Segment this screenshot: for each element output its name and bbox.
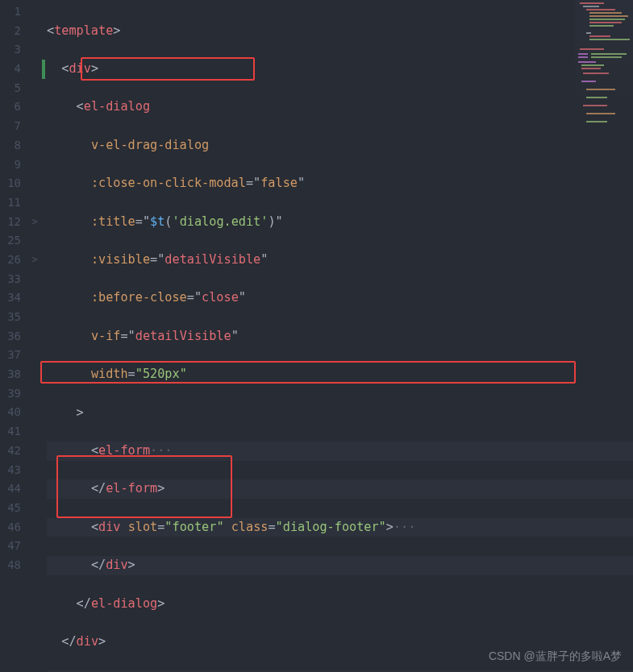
code-line: <template>	[47, 22, 633, 41]
line-number: 48	[0, 556, 21, 575]
line-number: 40	[0, 403, 21, 422]
line-number: 39	[0, 384, 21, 404]
line-number: 35	[0, 308, 21, 327]
code-line: :title="$t('dialog.edit')"	[47, 213, 633, 232]
watermark: CSDN @蓝胖子的多啦A梦	[489, 649, 622, 664]
code-line: <el-form···	[47, 442, 633, 461]
line-number: 43	[0, 461, 21, 480]
code-line: :before-close="close"	[47, 288, 633, 308]
line-number: 33	[0, 270, 21, 289]
line-number: 7	[0, 117, 21, 136]
code-line: </el-form>	[47, 479, 633, 499]
line-number: 45	[0, 499, 21, 518]
line-number: 42	[0, 442, 21, 461]
line-number: 26	[0, 251, 21, 270]
line-number: 1	[0, 2, 21, 22]
code-area[interactable]: <template> <div> <el-dialog v-el-drag-di…	[45, 0, 633, 672]
line-number: 41	[0, 422, 21, 442]
line-number: 4	[0, 60, 21, 79]
line-number-gutter: 1 2 3 4 5 6 7 8 9 10 11 12 25 26 33 34 3…	[0, 0, 27, 672]
line-number: 8	[0, 136, 21, 156]
code-line: <div slot="footer" class="dialog-footer"…	[47, 518, 633, 537]
fold-toggle-icon[interactable]: >	[27, 251, 42, 270]
line-number: 44	[0, 479, 21, 499]
minimap[interactable]	[575, 0, 633, 137]
code-line: <div>	[47, 60, 633, 79]
line-number: 3	[0, 40, 21, 60]
line-number: 47	[0, 537, 21, 556]
code-line: </el-dialog>	[47, 595, 633, 614]
code-editor[interactable]: 1 2 3 4 5 6 7 8 9 10 11 12 25 26 33 34 3…	[0, 0, 633, 672]
line-number: 2	[0, 22, 21, 41]
line-number: 10	[0, 174, 21, 193]
line-number: 36	[0, 327, 21, 346]
line-number: 9	[0, 156, 21, 175]
code-line: >	[47, 404, 633, 423]
line-number: 34	[0, 288, 21, 308]
line-number: 37	[0, 346, 21, 365]
line-number: 38	[0, 365, 21, 384]
line-number: 46	[0, 518, 21, 537]
code-line: width="520px"	[47, 365, 633, 384]
line-number: 5	[0, 79, 21, 98]
line-number: 11	[0, 193, 21, 213]
fold-toggle-icon[interactable]: >	[27, 213, 42, 232]
code-line: v-el-drag-dialog	[47, 136, 633, 156]
code-line: </div>	[47, 556, 633, 575]
code-line: :close-on-click-modal="false"	[47, 174, 633, 193]
line-number: 25	[0, 231, 21, 251]
code-line: :visible="detailVisible"	[47, 251, 633, 270]
code-line: v-if="detailVisible"	[47, 327, 633, 346]
line-number: 12	[0, 213, 21, 232]
line-number: 6	[0, 97, 21, 117]
code-line: <el-dialog	[47, 97, 633, 117]
fold-gutter: > >	[27, 0, 42, 672]
